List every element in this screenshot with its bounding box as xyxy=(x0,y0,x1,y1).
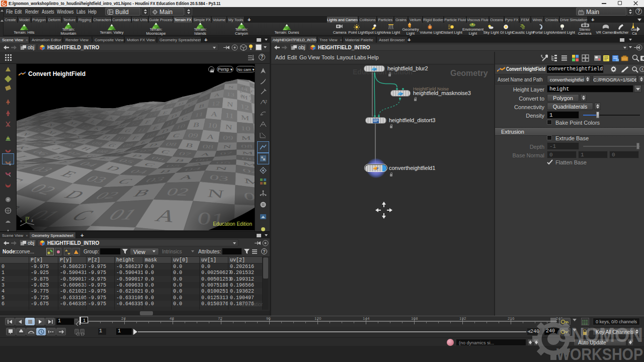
svg-text:M: M xyxy=(242,151,253,155)
svg-text:x: x xyxy=(20,219,22,223)
svg-text:N: N xyxy=(215,166,228,171)
svg-text:L: L xyxy=(251,90,255,94)
svg-text:12: 12 xyxy=(263,100,267,103)
svg-text:11: 11 xyxy=(225,111,234,120)
svg-text:N: N xyxy=(223,144,231,149)
svg-text:08: 08 xyxy=(202,144,214,150)
svg-text:N: N xyxy=(228,85,234,89)
svg-text:N: N xyxy=(227,101,233,108)
svg-text:GNOMON: GNOMON xyxy=(556,324,643,346)
svg-text:10: 10 xyxy=(240,125,251,132)
svg-text:09: 09 xyxy=(187,132,199,139)
svg-text:12: 12 xyxy=(211,100,220,107)
svg-text:y: y xyxy=(27,215,29,220)
svg-text:M: M xyxy=(241,114,250,122)
svg-text:z: z xyxy=(31,218,33,223)
svg-text:05: 05 xyxy=(215,161,231,164)
svg-text:08: 08 xyxy=(241,144,253,148)
svg-text:10: 10 xyxy=(207,121,218,130)
svg-text:L: L xyxy=(250,100,253,103)
svg-text:WORKSHOP: WORKSHOP xyxy=(556,345,643,362)
svg-text:M: M xyxy=(241,135,251,141)
svg-text:N: N xyxy=(225,123,232,131)
svg-text:09: 09 xyxy=(222,134,233,141)
svg-text:13: 13 xyxy=(226,91,235,98)
